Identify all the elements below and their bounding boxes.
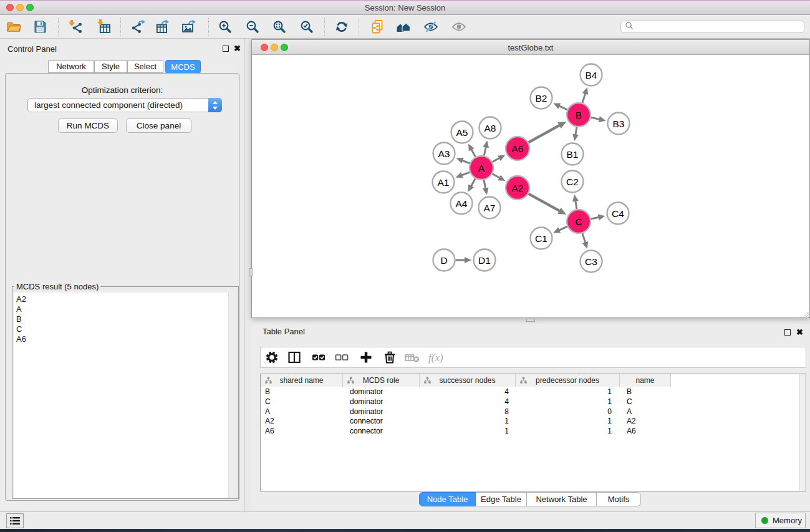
column-header-shared-name[interactable]: shared name — [261, 374, 343, 387]
hide-selected-icon[interactable] — [420, 17, 441, 37]
network-window-titlebar[interactable]: testGlobe.txt — [252, 40, 809, 55]
cell[interactable]: connector — [350, 417, 420, 427]
svg-text:A5: A5 — [456, 127, 468, 138]
close-panel-button[interactable]: Close panel — [126, 118, 191, 133]
show-all-icon[interactable] — [448, 17, 470, 37]
cell[interactable]: B — [627, 387, 671, 397]
cell[interactable]: dominator — [350, 397, 420, 407]
column-header-MCDS-role[interactable]: MCDS role — [343, 374, 420, 387]
cell[interactable]: A — [627, 407, 671, 417]
node-table: shared nameMCDS rolesuccessor nodesprede… — [260, 374, 806, 491]
status-bar: Memory — [0, 511, 810, 529]
cell[interactable]: dominator — [350, 387, 420, 397]
run-mcds-button[interactable]: Run MCDS — [58, 118, 118, 133]
table-row[interactable]: Bdominator41B — [261, 387, 797, 397]
cell[interactable]: 1 — [516, 427, 612, 437]
svg-text:f(x): f(x) — [428, 352, 443, 364]
mcds-result-item[interactable]: A2 — [16, 294, 233, 304]
import-network-icon[interactable] — [65, 17, 86, 37]
first-neighbors-icon[interactable] — [393, 17, 414, 37]
close-panel-icon[interactable]: ✖ — [234, 45, 241, 52]
add-column-icon[interactable] — [355, 348, 377, 367]
tab-motifs[interactable]: Motifs — [597, 492, 641, 506]
cell[interactable]: C — [627, 397, 671, 407]
cell[interactable]: 1 — [516, 397, 612, 407]
cell[interactable]: A2 — [265, 417, 343, 427]
refresh-icon[interactable] — [331, 17, 352, 37]
select-all-columns-icon[interactable] — [308, 348, 329, 367]
column-header-predecessor-nodes[interactable]: predecessor nodes — [516, 374, 620, 387]
export-network-icon[interactable] — [128, 17, 149, 37]
cell[interactable]: 4 — [420, 397, 509, 407]
search-input[interactable] — [634, 22, 804, 31]
mcds-result-item[interactable]: B — [16, 314, 233, 324]
memory-button[interactable]: Memory — [755, 513, 806, 528]
cell[interactable]: 8 — [420, 407, 509, 417]
table-row[interactable]: Cdominator41C — [261, 397, 797, 407]
split-view-icon[interactable] — [284, 348, 305, 367]
table-settings-icon[interactable] — [261, 348, 282, 367]
cell[interactable]: connector — [350, 427, 420, 437]
column-header-successor-nodes[interactable]: successor nodes — [420, 374, 516, 387]
column-header-name[interactable]: name — [620, 374, 671, 387]
table-row[interactable]: A6connector11A6 — [261, 427, 797, 437]
unselect-all-columns-icon[interactable] — [331, 348, 352, 367]
delete-table-icon[interactable] — [402, 348, 423, 367]
table-scrollbar[interactable] — [799, 374, 806, 491]
zoom-out-icon[interactable] — [242, 17, 263, 37]
cell[interactable]: 1 — [516, 417, 612, 427]
cell[interactable]: 1 — [516, 387, 612, 397]
float-panel-icon[interactable] — [223, 46, 229, 52]
tab-style[interactable]: Style — [94, 60, 127, 73]
mcds-result-item[interactable]: C — [16, 324, 233, 334]
search-box[interactable] — [620, 21, 804, 33]
cell[interactable]: A2 — [627, 417, 671, 427]
criterion-dropdown[interactable]: largest connected component (directed) — [27, 98, 222, 112]
mcds-result-item[interactable]: A6 — [16, 334, 233, 344]
tab-network-table[interactable]: Network Table — [527, 492, 597, 506]
svg-text:C1: C1 — [535, 233, 547, 244]
cell[interactable]: A6 — [265, 427, 343, 437]
zoom-in-icon[interactable] — [215, 17, 236, 37]
zoom-fit-icon[interactable] — [269, 17, 290, 37]
open-session-icon[interactable] — [3, 17, 24, 37]
mcds-result-item[interactable]: A — [16, 304, 233, 314]
dropdown-stepper-icon[interactable] — [208, 98, 222, 112]
cell[interactable]: 1 — [420, 427, 509, 437]
save-session-icon[interactable] — [29, 17, 51, 37]
new-network-from-selection-icon[interactable] — [367, 17, 388, 37]
export-table-icon[interactable] — [152, 17, 173, 37]
tab-edge-table[interactable]: Edge Table — [476, 492, 527, 506]
table-row[interactable]: Adominator80A — [261, 407, 797, 417]
splitter-handle-horizontal[interactable] — [526, 319, 535, 322]
show-panels-button[interactable] — [6, 513, 24, 528]
cell[interactable]: A6 — [627, 427, 671, 437]
cell[interactable]: dominator — [350, 407, 420, 417]
function-builder-icon[interactable]: f(x) — [427, 348, 448, 367]
network-graph-canvas[interactable]: AA1A2A3A4A5A6A7A8BB1B2B3B4CC1C2C3C4DD1 — [253, 55, 810, 320]
zoom-selected-icon[interactable] — [296, 17, 317, 37]
splitter-handle-vertical[interactable] — [249, 268, 253, 276]
tab-network[interactable]: Network — [48, 60, 94, 73]
column-header-filler — [671, 374, 806, 387]
tab-mcds[interactable]: MCDS — [165, 60, 201, 74]
cell[interactable]: C — [265, 397, 343, 407]
table-float-icon[interactable] — [784, 329, 791, 336]
result-scrollbar[interactable] — [228, 293, 233, 498]
cell[interactable]: 0 — [516, 407, 612, 417]
cell[interactable]: B — [265, 387, 343, 397]
cell[interactable]: 4 — [420, 387, 509, 397]
export-image-icon[interactable] — [179, 17, 200, 37]
delete-column-icon[interactable] — [379, 348, 400, 367]
table-tabs: Node TableEdge TableNetwork TableMotifs — [251, 492, 810, 506]
tab-node-table[interactable]: Node Table — [419, 492, 476, 506]
import-table-icon[interactable] — [94, 17, 115, 37]
network-view-window: testGlobe.txt AA1A2A3A4A5A6A7A8BB1B2B3B4… — [251, 39, 810, 318]
table-close-icon[interactable]: ✖ — [796, 329, 803, 336]
cell[interactable]: A — [265, 407, 343, 417]
table-row[interactable]: A2connector11A2 — [261, 417, 797, 427]
mcds-result-list[interactable]: A2ABCA6 — [14, 293, 233, 498]
tab-select[interactable]: Select — [127, 60, 163, 73]
resize-grip-icon[interactable] — [802, 310, 809, 317]
cell[interactable]: 1 — [420, 417, 509, 427]
